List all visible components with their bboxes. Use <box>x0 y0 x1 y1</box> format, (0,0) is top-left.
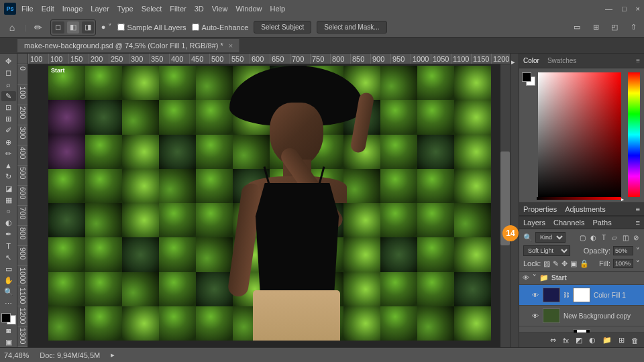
lock-position-icon[interactable]: ✥ <box>561 259 568 268</box>
zoom-level[interactable]: 74,48% <box>4 351 29 359</box>
zoom-tool[interactable]: 🔍 <box>1 287 16 297</box>
menu-image[interactable]: Image <box>62 5 83 13</box>
subtract-selection-icon[interactable]: ◨ <box>82 21 94 34</box>
quick-mask-tool[interactable]: ◙ <box>1 326 16 336</box>
color-field[interactable] <box>538 72 621 197</box>
new-layer-icon[interactable]: ⊞ <box>619 336 625 345</box>
link-layers-icon[interactable]: ⇔ <box>550 336 556 345</box>
path-tool[interactable]: ↖ <box>1 253 16 263</box>
close-button[interactable]: × <box>636 5 640 13</box>
visibility-icon[interactable]: 👁 <box>531 292 539 299</box>
menu-window[interactable]: Window <box>235 5 262 13</box>
pen-tool[interactable]: ✒ <box>1 229 16 239</box>
ruler-vertical[interactable]: 0100200300400500600700800900100011001200… <box>17 64 28 347</box>
document-tab[interactable]: make-new-background.psd @ 74,5% (Color F… <box>17 39 240 52</box>
swatches-tab[interactable]: Swatches <box>547 57 576 64</box>
dropdown-icon[interactable]: ˅ <box>636 259 640 268</box>
hand-tool[interactable]: ✋ <box>1 276 16 286</box>
adjustment-layer-icon[interactable]: ◐ <box>589 336 596 345</box>
gradient-tool[interactable]: ▦ <box>1 195 16 205</box>
dropdown-icon[interactable]: ˅ <box>636 247 640 255</box>
quick-select-tool-icon[interactable]: ✏ <box>32 21 45 34</box>
panel-menu-icon[interactable]: ≡ <box>636 205 640 213</box>
eraser-tool[interactable]: ◪ <box>1 183 16 193</box>
sample-all-layers-checkbox[interactable]: Sample All Layers <box>117 23 186 32</box>
layer-thumbnail[interactable] <box>543 308 560 323</box>
history-brush-tool[interactable]: ↻ <box>1 172 16 182</box>
filter-pixel-icon[interactable]: ▢ <box>578 233 586 241</box>
group-icon[interactable]: 📁 <box>602 336 612 345</box>
layers-tab[interactable]: Layers <box>523 219 545 227</box>
visibility-icon[interactable]: 👁 <box>522 274 530 282</box>
opacity-input[interactable] <box>613 246 633 255</box>
doc-info[interactable]: Doc: 9,94M/45,5M <box>40 351 100 359</box>
mask-thumbnail[interactable] <box>573 288 590 302</box>
filter-adjust-icon[interactable]: ◐ <box>589 233 597 241</box>
menu-filter[interactable]: Filter <box>170 5 186 13</box>
menu-file[interactable]: File <box>21 5 34 13</box>
layer-group[interactable]: 👁 ˅ 📁 Start <box>519 272 644 285</box>
lock-brush-icon[interactable]: ✎ <box>553 259 559 268</box>
layer-item-model[interactable]: 👁 ⛓ Model <box>519 326 644 333</box>
layer-item-colorfill[interactable]: 👁 ⛓ Color Fill 1 <box>519 285 644 306</box>
menu-layer[interactable]: Layer <box>91 5 109 13</box>
filter-shape-icon[interactable]: ▱ <box>610 233 619 241</box>
link-mask-icon[interactable]: ⛓ <box>564 292 570 298</box>
shape-tool[interactable]: ▭ <box>1 264 16 274</box>
move-tool[interactable]: ✥ <box>1 56 16 66</box>
select-and-mask-button[interactable]: Select and Mask... <box>317 21 386 34</box>
arrange-icon[interactable]: ⊞ <box>590 22 601 33</box>
color-slider[interactable] <box>537 197 621 200</box>
menu-3d[interactable]: 3D <box>195 5 204 13</box>
home-icon[interactable]: ⌂ <box>5 21 19 34</box>
maximize-button[interactable]: □ <box>622 5 627 13</box>
adjustments-tab[interactable]: Adjustments <box>565 205 606 213</box>
channels-tab[interactable]: Channels <box>553 219 584 227</box>
blur-tool[interactable]: ○ <box>1 206 16 217</box>
share-icon[interactable]: ▭ <box>572 22 582 33</box>
color-panel-swatch[interactable] <box>522 72 535 86</box>
add-selection-icon[interactable]: ◧ <box>67 21 79 34</box>
type-tool[interactable]: T <box>1 241 16 251</box>
select-subject-button[interactable]: Select Subject <box>254 21 311 34</box>
filter-smart-icon[interactable]: ◫ <box>621 233 629 241</box>
panel-menu-icon[interactable]: ≡ <box>636 57 640 64</box>
eyedropper-tool[interactable]: ✐ <box>1 125 16 135</box>
layer-thumbnail[interactable] <box>543 288 560 302</box>
color-swatches[interactable] <box>1 313 16 324</box>
marquee-tool[interactable]: ◻ <box>1 68 16 78</box>
minimize-button[interactable]: — <box>605 5 612 13</box>
ruler-horizontal[interactable]: 1001001502002503003504004505005506006507… <box>28 54 510 64</box>
brush-preset-icon[interactable]: ● ˅ <box>101 23 112 32</box>
brush-tool[interactable]: ✏ <box>1 149 16 159</box>
close-tab-icon[interactable]: × <box>229 42 233 50</box>
fill-input[interactable] <box>613 259 633 268</box>
menu-select[interactable]: Select <box>142 5 162 13</box>
expand-icon[interactable]: ˅ <box>533 274 537 282</box>
menu-help[interactable]: Help <box>270 5 286 13</box>
ruler-origin[interactable] <box>17 54 28 64</box>
color-tab[interactable]: Color <box>523 57 539 64</box>
upload-icon[interactable]: ⇧ <box>628 22 639 33</box>
layer-name[interactable]: Color Fill 1 <box>594 292 626 299</box>
filter-toggle-icon[interactable]: ⊘ <box>632 233 640 241</box>
quick-select-tool[interactable]: ✎ <box>1 91 16 101</box>
properties-tab[interactable]: Properties <box>523 205 557 213</box>
layer-style-icon[interactable]: fx <box>563 337 569 345</box>
filter-type-icon[interactable]: T <box>600 233 608 241</box>
delete-layer-icon[interactable]: 🗑 <box>631 337 639 345</box>
stamp-tool[interactable]: ▲ <box>1 160 16 170</box>
edit-toolbar[interactable]: ⋯ <box>1 299 16 309</box>
lasso-tool[interactable]: ⌕ <box>1 79 16 89</box>
new-selection-icon[interactable]: ◻ <box>52 21 64 34</box>
search-icon[interactable]: ◰ <box>609 22 620 33</box>
panel-menu-icon[interactable]: ≡ <box>636 219 640 227</box>
healing-tool[interactable]: ⊕ <box>1 137 16 147</box>
auto-enhance-checkbox[interactable]: Auto-Enhance <box>192 23 249 32</box>
screen-mode-tool[interactable]: ▣ <box>1 337 16 347</box>
filter-kind-select[interactable]: Kind <box>535 232 566 243</box>
status-arrow-icon[interactable]: ▸ <box>111 351 115 359</box>
group-name[interactable]: Start <box>551 274 567 282</box>
paths-tab[interactable]: Paths <box>593 219 612 227</box>
dodge-tool[interactable]: ◐ <box>1 218 16 228</box>
